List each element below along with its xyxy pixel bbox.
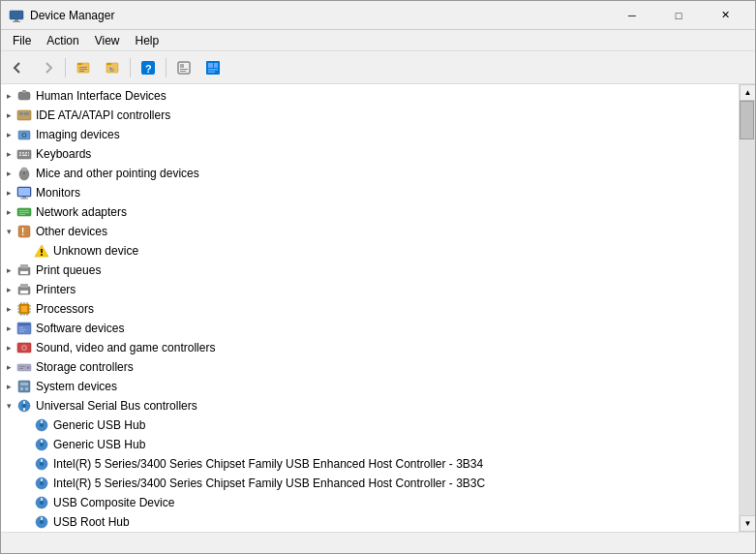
tree-item[interactable]: Intel(R) 5 Series/3400 Series Chipset Fa… <box>1 454 739 474</box>
tree-expander[interactable]: ▸ <box>1 359 16 375</box>
view2-button[interactable] <box>199 55 227 80</box>
title-bar-left: Device Manager <box>9 8 114 23</box>
svg-rect-78 <box>19 331 24 332</box>
tree-expander[interactable]: ▸ <box>1 282 16 297</box>
svg-rect-26 <box>24 112 29 115</box>
tree-item-label: Generic USB Hub <box>53 418 145 432</box>
tree-item-label: Sound, video and game controllers <box>36 341 215 354</box>
tree-expander[interactable]: ▸ <box>1 127 16 142</box>
svg-rect-1 <box>15 19 18 21</box>
tree-item-label: Intel(R) 5 Series/3400 Series Chipset Fa… <box>53 457 483 471</box>
tree-expander[interactable]: ▸ <box>1 262 16 278</box>
menu-action[interactable]: Action <box>39 32 86 49</box>
svg-rect-37 <box>28 155 29 157</box>
usbdev-icon <box>34 476 49 491</box>
svg-rect-18 <box>208 63 213 68</box>
tree-item[interactable]: ▸System devices <box>1 377 739 396</box>
properties-button[interactable] <box>70 55 97 80</box>
tree-item[interactable]: Generic USB Hub <box>1 435 739 454</box>
update-button[interactable]: ↻ <box>99 55 126 80</box>
scroll-thumb[interactable] <box>740 101 754 139</box>
tree-expander[interactable]: ▸ <box>1 166 16 181</box>
svg-rect-32 <box>22 152 24 154</box>
tree-item[interactable]: Unknown device <box>1 241 739 261</box>
menu-view[interactable]: View <box>87 32 128 49</box>
imaging-icon <box>16 127 32 142</box>
svg-rect-76 <box>19 327 23 328</box>
tree-item-label: Imaging devices <box>36 128 120 141</box>
close-button[interactable]: ✕ <box>703 1 747 30</box>
menu-file[interactable]: File <box>5 32 39 49</box>
tree-expander[interactable]: ▸ <box>1 108 16 123</box>
tree-item-label: Mice and other pointing devices <box>36 167 199 180</box>
svg-rect-14 <box>180 64 184 68</box>
tree-item[interactable]: ▸Printers <box>1 280 739 299</box>
title-bar: Device Manager ─ □ ✕ <box>1 1 755 30</box>
tree-item[interactable]: USB Root Hub <box>1 512 739 532</box>
tree-expander[interactable]: ▾ <box>1 398 16 414</box>
tree-item[interactable]: ▸Monitors <box>1 183 739 202</box>
tree-expander[interactable]: ▸ <box>1 379 16 394</box>
svg-rect-20 <box>208 69 218 71</box>
update-icon: ↻ <box>105 60 120 76</box>
tree-item[interactable]: Intel(R) 5 Series/3400 Series Chipset Fa… <box>1 474 739 493</box>
svg-rect-19 <box>214 63 218 68</box>
tree-item-label: Network adapters <box>36 205 127 219</box>
tree-expander[interactable]: ▾ <box>1 224 16 239</box>
svg-rect-88 <box>20 387 23 390</box>
view1-button[interactable] <box>170 55 197 80</box>
svg-point-110 <box>40 520 44 524</box>
svg-rect-2 <box>13 21 20 22</box>
help-button[interactable]: ? <box>135 55 162 80</box>
tree-expander[interactable]: ▸ <box>1 88 16 104</box>
svg-text:↻: ↻ <box>109 67 114 73</box>
svg-rect-46 <box>19 210 29 211</box>
back-button[interactable] <box>5 55 32 80</box>
svg-rect-42 <box>18 188 30 196</box>
tree-expander[interactable]: ▸ <box>1 321 16 336</box>
tree-item[interactable]: ▸Network adapters <box>1 202 739 222</box>
tree-view[interactable]: ▸Human Interface Devices▸IDE ATA/ATAPI c… <box>1 84 739 532</box>
tree-item[interactable]: ▸Mice and other pointing devices <box>1 164 739 183</box>
svg-rect-59 <box>20 291 28 293</box>
tree-expander[interactable]: ▸ <box>1 146 16 162</box>
maximize-button[interactable]: □ <box>656 1 701 30</box>
mouse-icon <box>16 166 32 181</box>
svg-text:?: ? <box>145 63 152 75</box>
minimize-button[interactable]: ─ <box>610 1 654 30</box>
svg-point-107 <box>40 501 44 505</box>
tree-item[interactable]: ▸Print queues <box>1 261 739 280</box>
back-icon <box>11 60 26 76</box>
menu-help[interactable]: Help <box>128 32 167 49</box>
usbdev-icon <box>34 417 49 433</box>
tree-expander[interactable]: ▸ <box>1 185 16 200</box>
window-title: Device Manager <box>30 9 114 22</box>
scroll-track[interactable] <box>740 101 755 515</box>
tree-item[interactable]: ▸Software devices <box>1 319 739 338</box>
scroll-up-button[interactable]: ▲ <box>740 84 755 101</box>
svg-rect-47 <box>19 212 29 213</box>
network-icon <box>16 204 32 220</box>
tree-item[interactable]: ▾!Other devices <box>1 222 739 241</box>
tree-item[interactable]: ▸Imaging devices <box>1 125 739 144</box>
tree-item[interactable]: ▸Keyboards <box>1 144 739 164</box>
tree-item[interactable]: ▸Storage controllers <box>1 357 739 377</box>
tree-expander[interactable]: ▸ <box>1 301 16 317</box>
tree-item[interactable]: ▸IDE ATA/ATAPI controllers <box>1 106 739 125</box>
tree-item-label: Keyboards <box>36 147 91 161</box>
tree-item[interactable]: ▸Human Interface Devices <box>1 86 739 106</box>
tree-item[interactable]: ▾Universal Serial Bus controllers <box>1 396 739 416</box>
tree-item[interactable]: ▸Processors <box>1 299 739 319</box>
scroll-down-button[interactable]: ▼ <box>740 515 755 532</box>
tree-expander[interactable]: ▸ <box>1 204 16 220</box>
tree-item-label: Print queues <box>36 263 101 277</box>
tree-item[interactable]: USB Composite Device <box>1 493 739 512</box>
tree-expander[interactable]: ▸ <box>1 340 16 355</box>
tree-item[interactable]: Generic USB Hub <box>1 416 739 435</box>
svg-rect-58 <box>20 284 28 288</box>
toolbar-separator-3 <box>166 58 166 77</box>
tree-item[interactable]: ▸Sound, video and game controllers <box>1 338 739 357</box>
forward-button[interactable] <box>34 55 61 80</box>
tree-item-label: IDE ATA/ATAPI controllers <box>36 108 170 122</box>
vertical-scrollbar[interactable]: ▲ ▼ <box>739 84 755 532</box>
